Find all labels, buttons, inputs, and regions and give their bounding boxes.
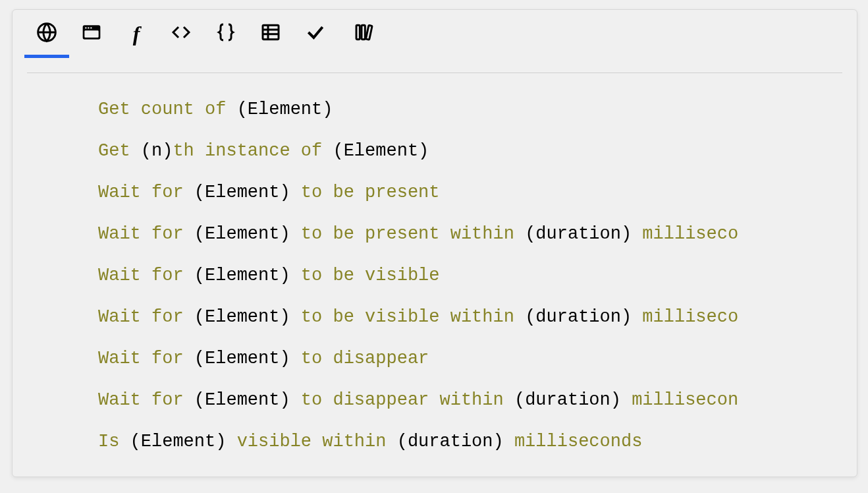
svg-point-4 <box>85 27 86 28</box>
suggestion-text: ) <box>162 141 173 161</box>
suggestion-item[interactable]: Wait for (Element) to be visible within … <box>98 297 857 338</box>
suggestion-text: to be present within <box>290 224 525 244</box>
suggestion-text: ( <box>194 183 205 202</box>
suggestion-param: Element <box>141 432 215 451</box>
suggestion-param: duration <box>525 390 610 410</box>
suggestion-text: ) <box>621 307 632 327</box>
suggestion-param: Element <box>205 349 279 368</box>
suggestion-text: visible within <box>226 432 396 451</box>
suggestion-text: ) <box>279 390 290 410</box>
suggestion-text: ) <box>279 307 290 327</box>
suggestion-text: milliseco <box>632 307 738 327</box>
suggestion-item[interactable]: Wait for (Element) to be present <box>98 172 857 214</box>
toolbar-separator <box>27 72 842 73</box>
suggestion-param: Element <box>205 224 279 244</box>
suggestion-text: milliseco <box>632 224 738 244</box>
library-icon <box>354 22 375 45</box>
tab-web[interactable] <box>24 10 69 57</box>
suggestions-list: Get count of (Element)Get (n)th instance… <box>98 89 857 463</box>
suggestion-text: Get <box>98 141 141 161</box>
function-icon: f <box>133 23 140 44</box>
suggestion-text: ( <box>525 224 535 244</box>
svg-rect-3 <box>84 30 98 38</box>
suggestion-item[interactable]: Wait for (Element) to disappear within (… <box>98 380 857 421</box>
svg-point-6 <box>90 27 92 28</box>
suggestion-item[interactable]: Wait for (Element) to be visible <box>98 255 857 297</box>
suggestion-text: ) <box>279 349 290 368</box>
angle-brackets-icon <box>171 22 192 45</box>
suggestion-text: ) <box>418 141 429 161</box>
suggestion-text: ( <box>141 141 151 161</box>
tab-object[interactable] <box>203 10 248 57</box>
suggestion-text: ) <box>493 432 504 451</box>
suggestion-item[interactable]: Get (n)th instance of (Element) <box>98 130 857 172</box>
suggestion-item[interactable]: Get count of (Element) <box>98 89 857 130</box>
suggestion-text: to disappear within <box>290 390 514 410</box>
suggestion-text: to be visible <box>290 266 440 285</box>
check-icon <box>305 22 326 45</box>
suggestion-param: Element <box>205 183 279 202</box>
suggestion-text: ) <box>322 100 333 119</box>
svg-rect-12 <box>362 25 365 39</box>
suggestion-text: Wait for <box>98 266 194 285</box>
suggestion-text: ) <box>279 266 290 285</box>
suggestion-text: ( <box>194 266 205 285</box>
suggestion-text: Is <box>98 432 130 451</box>
suggestion-item[interactable]: Is (Element) visible within (duration) m… <box>98 421 857 463</box>
suggestion-text: Wait for <box>98 183 194 202</box>
suggestion-text: ( <box>194 224 205 244</box>
tab-table[interactable] <box>248 10 293 57</box>
svg-rect-7 <box>263 25 279 39</box>
suggestion-text: Wait for <box>98 307 194 327</box>
suggestion-param: Element <box>344 141 418 161</box>
suggestion-param: duration <box>535 224 621 244</box>
suggestion-param: Element <box>248 100 322 119</box>
svg-rect-11 <box>356 25 360 39</box>
suggestion-text: th instance of <box>173 141 333 161</box>
svg-point-5 <box>88 27 89 28</box>
suggestion-text: ) <box>215 432 226 451</box>
suggestion-text: ( <box>333 141 343 161</box>
suggestion-text: ) <box>279 183 290 202</box>
suggestion-text: Wait for <box>98 224 194 244</box>
tab-assert[interactable] <box>293 10 338 57</box>
suggestion-param: Element <box>205 307 279 327</box>
suggestion-param: Element <box>205 266 279 285</box>
suggestion-text: ( <box>397 432 408 451</box>
suggestion-text: ) <box>621 224 632 244</box>
category-toolbar: f <box>13 10 857 57</box>
suggestion-text: Wait for <box>98 349 194 368</box>
window-icon <box>81 22 102 45</box>
suggestion-text: ( <box>237 100 248 119</box>
table-icon <box>260 22 281 45</box>
suggestion-text: to be present <box>290 183 440 202</box>
suggestion-text: ( <box>514 390 525 410</box>
suggestion-text: ) <box>610 390 621 410</box>
suggestion-text: ( <box>130 432 141 451</box>
suggestion-param: n <box>151 141 162 161</box>
command-palette-panel: f <box>12 9 857 477</box>
svg-rect-13 <box>366 25 372 40</box>
suggestion-item[interactable]: Wait for (Element) to be present within … <box>98 214 857 255</box>
suggestion-text: ( <box>194 349 205 368</box>
suggestion-text: ( <box>194 307 205 327</box>
suggestion-text: millisecon <box>621 390 738 410</box>
suggestion-text: Wait for <box>98 390 194 410</box>
globe-icon <box>36 22 57 45</box>
suggestion-item[interactable]: Wait for (Element) to disappear <box>98 338 857 380</box>
suggestion-text: to be visible within <box>290 307 525 327</box>
suggestion-text: to disappear <box>290 349 429 368</box>
suggestion-text: ( <box>194 390 205 410</box>
suggestion-text: ) <box>279 224 290 244</box>
suggestion-param: duration <box>535 307 621 327</box>
tab-code[interactable] <box>159 10 203 57</box>
suggestion-param: Element <box>205 390 279 410</box>
suggestion-param: duration <box>408 432 493 451</box>
curly-braces-icon <box>215 22 236 45</box>
suggestion-text: ( <box>525 307 535 327</box>
tab-library[interactable] <box>338 10 391 57</box>
tab-window[interactable] <box>69 10 114 57</box>
suggestion-text: milliseconds <box>504 432 643 451</box>
suggestion-text: Get count of <box>98 100 237 119</box>
tab-function[interactable]: f <box>114 10 159 57</box>
